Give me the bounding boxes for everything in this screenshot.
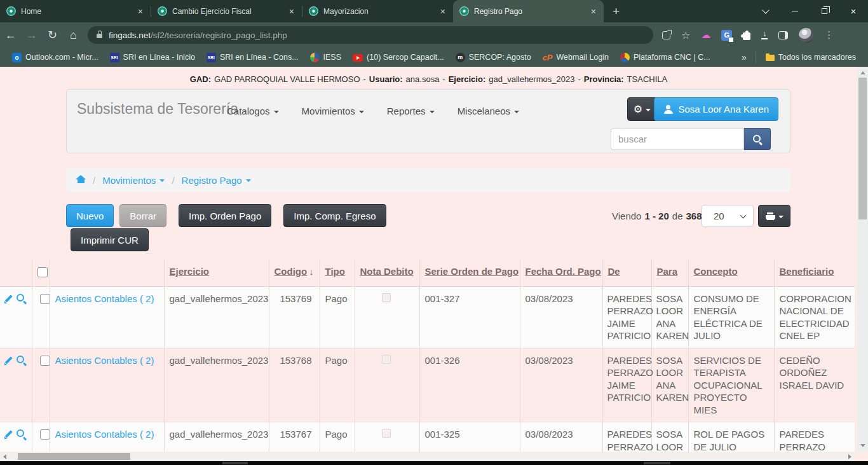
home-icon[interactable] [76, 175, 86, 184]
bookmark-webmail[interactable]: cP Webmail Login [537, 51, 614, 64]
edit-icon[interactable] [4, 355, 14, 365]
nuevo-button[interactable]: Nuevo [66, 204, 114, 227]
tab-title: Registro Pago [474, 7, 585, 16]
view-icon[interactable] [16, 355, 26, 365]
scroll-up-arrow[interactable] [857, 68, 868, 78]
header-de[interactable]: De [602, 259, 651, 286]
menu-catalogos[interactable]: Catalogos [227, 106, 279, 116]
borrar-button[interactable]: Borrar [119, 204, 166, 227]
menu-miscelaneos[interactable]: Miscelaneos [458, 106, 519, 116]
table-row: Asientos Contables ( 2) gad_vallehermos_… [0, 422, 855, 452]
scroll-down-arrow[interactable] [857, 441, 868, 450]
minimize-button[interactable] [780, 0, 810, 22]
bookmark-sercop-video[interactable]: (10) Sercop Capacit... [347, 51, 450, 64]
bookmark-cnc[interactable]: Plataforma CNC | C... [614, 51, 716, 64]
tab-search-button[interactable] [751, 0, 780, 22]
site-favicon [158, 6, 167, 16]
tab-cambio-ejercicio[interactable]: Cambio Ejercicio Fiscal × [151, 0, 302, 22]
header-label: De [608, 266, 620, 277]
home-button[interactable]: ⌂ [63, 29, 84, 42]
bookmark-sri-inicio[interactable]: SRI SRI en Línea - Inicio [104, 51, 201, 64]
horizontal-scrollbar[interactable] [0, 452, 855, 461]
horizontal-scroll-thumb[interactable] [18, 453, 130, 460]
tab-close-icon[interactable]: × [439, 6, 447, 17]
header-ejercicio[interactable]: Ejercicio [164, 259, 269, 286]
header-codigo[interactable]: Codigo↓ [269, 259, 320, 286]
chevron-down-icon [778, 216, 783, 218]
profile-avatar[interactable] [799, 28, 813, 43]
row-checkbox[interactable] [40, 356, 50, 366]
scroll-right-arrow[interactable] [845, 452, 855, 461]
select-all-checkbox[interactable] [37, 267, 48, 277]
print-button[interactable] [758, 205, 790, 227]
download-arrow: ↓ [763, 31, 766, 37]
scroll-left-arrow[interactable] [0, 452, 10, 461]
tab-mayorizacion[interactable]: Mayorizacion × [302, 0, 453, 22]
browser-menu-icon[interactable]: ⋮ [824, 29, 834, 41]
header-fecha[interactable]: Fecha Ord. Pago [520, 259, 602, 286]
imprimir-cur-button[interactable]: Imprimir CUR [71, 228, 149, 251]
reload-button[interactable]: ↻ [42, 28, 63, 42]
imp-orden-pago-button[interactable]: Imp. Orden Pago [179, 204, 271, 227]
header-tipo[interactable]: Tipo [320, 259, 355, 286]
new-tab-button[interactable]: + [613, 4, 620, 18]
tab-close-icon[interactable]: × [137, 6, 144, 17]
menu-movimientos[interactable]: Movimientos [302, 106, 364, 116]
share-icon[interactable] [662, 31, 670, 39]
header-concepto[interactable]: Concepto [688, 259, 774, 286]
tab-close-icon[interactable]: × [288, 6, 295, 17]
edit-icon[interactable] [4, 293, 14, 303]
breadcrumb-movimientos[interactable]: Movimientos [102, 175, 165, 186]
downloads-icon[interactable]: ↓ [761, 31, 768, 39]
search-input[interactable] [611, 128, 744, 150]
site-favicon [6, 6, 16, 16]
bookmarks-overflow-chevron[interactable]: » [736, 52, 752, 62]
bookmark-outlook[interactable]: o Outlook.com - Micr... [6, 51, 104, 64]
view-icon[interactable] [16, 293, 26, 303]
bookmark-sercop-agosto[interactable]: m SERCOP: Agosto [450, 51, 537, 64]
tab-close-icon[interactable]: × [590, 6, 597, 17]
row-checkbox[interactable] [40, 294, 50, 304]
user-menu-button[interactable]: Sosa Loor Ana Karen [654, 97, 778, 121]
tab-registro-pago-active[interactable]: Registro Pago × [453, 0, 604, 22]
side-panel-icon[interactable] [778, 31, 788, 39]
triangle-left-icon [3, 454, 6, 459]
asientos-contables-link[interactable]: Asientos Contables ( 2) [55, 429, 154, 440]
row-checkbox[interactable] [40, 429, 50, 440]
bookmark-star-icon[interactable]: ☆ [681, 29, 690, 41]
address-bar[interactable]: fingads.net/sf2/tesoreria/registro_pago_… [88, 26, 653, 44]
cell-para: SOSA LOOR ANA KAREN [651, 286, 688, 348]
page-size-select[interactable]: 20 [702, 205, 754, 227]
bookmark-iess[interactable]: IESS [304, 51, 348, 64]
asientos-contables-link[interactable]: Asientos Contables ( 2) [55, 355, 154, 366]
bookmark-sri-consultas[interactable]: SRI SRI en Línea - Cons... [201, 51, 304, 64]
lock-icon[interactable] [97, 34, 102, 38]
gear-icon: ⚙ [634, 103, 642, 115]
imp-comp-egreso-button[interactable]: Imp. Comp. Egreso [283, 204, 386, 227]
search-button[interactable] [744, 128, 771, 150]
edit-icon[interactable] [4, 429, 14, 439]
back-button[interactable]: ← [0, 29, 21, 42]
header-nota-debito[interactable]: Nota Debito [355, 259, 419, 286]
vertical-scroll-thumb[interactable] [858, 78, 867, 219]
tab-home[interactable]: Home × [0, 0, 151, 22]
records-table: Ejercicio Codigo↓ Tipo Nota Debito Serie… [0, 259, 855, 452]
header-serie[interactable]: Serie Orden de Pago [419, 259, 520, 286]
asientos-contables-link[interactable]: Asientos Contables ( 2) [55, 293, 154, 304]
extensions-puzzle-icon[interactable] [743, 32, 750, 40]
all-bookmarks-button[interactable]: Todos los marcadores [760, 51, 862, 64]
menu-reportes[interactable]: Reportes [387, 106, 435, 116]
breadcrumb-registro-pago[interactable]: Registro Pago [182, 175, 251, 186]
restore-button[interactable] [810, 0, 839, 22]
close-window-button[interactable]: × [839, 0, 868, 22]
header-para[interactable]: Para [651, 259, 688, 286]
vertical-scrollbar[interactable] [857, 67, 868, 452]
settings-button[interactable]: ⚙ [627, 97, 657, 121]
translate-extension-icon[interactable]: G [721, 30, 732, 41]
sort-desc-icon: ↓ [309, 266, 314, 277]
forward-button[interactable]: → [21, 29, 42, 42]
header-beneficiario[interactable]: Beneficiario [774, 259, 855, 286]
gad-info-bar: GAD: GAD PARROQUIAL VALLE HERMOSO - Usua… [0, 74, 857, 84]
cloud-extension-icon[interactable]: ☁ [701, 29, 710, 41]
view-icon[interactable] [16, 429, 26, 439]
